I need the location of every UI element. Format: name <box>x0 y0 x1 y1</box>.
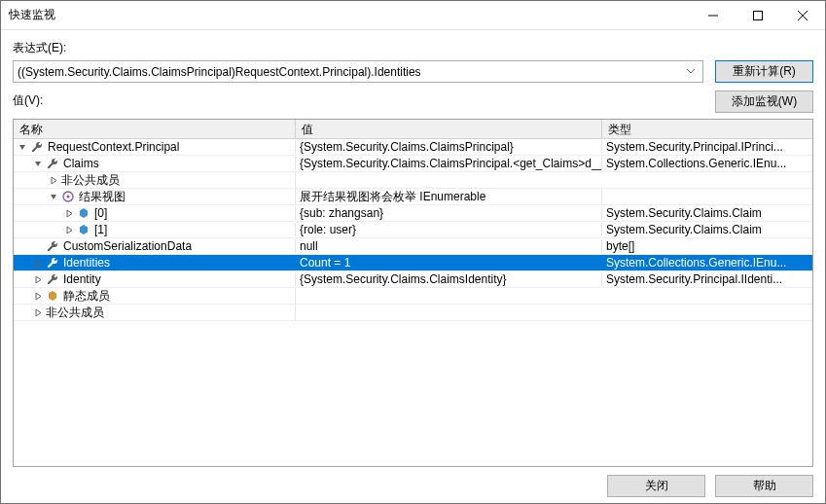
wrench-icon <box>30 140 44 154</box>
grid-row[interactable]: [1]{role: user}System.Security.Claims.Cl… <box>14 222 812 238</box>
grid-row[interactable]: 非公共成员 <box>14 172 812 189</box>
titlebar[interactable]: 快速监视 <box>1 1 825 30</box>
cell-value: Count = 1 <box>296 256 602 270</box>
expression-label: 表达式(E): <box>13 40 703 56</box>
row-name: [0] <box>94 206 107 220</box>
cell-name: [1] <box>14 223 296 236</box>
cell-type: System.Security.Claims.Claim <box>602 223 812 236</box>
expand-icon[interactable] <box>33 159 44 169</box>
cell-type: byte[] <box>602 239 812 253</box>
grid-row[interactable]: 结果视图展开结果视图将会枚举 IEnumerable <box>14 189 812 205</box>
add-watch-button[interactable]: 添加监视(W) <box>715 90 813 113</box>
cell-name: Identities <box>14 256 296 270</box>
results-icon <box>61 190 75 203</box>
row-name: 非公共成员 <box>61 172 120 189</box>
expand-icon[interactable] <box>33 307 44 318</box>
row-name: 结果视图 <box>79 189 126 205</box>
cell-value: {sub: zhangsan} <box>296 206 602 220</box>
grid-row[interactable]: 静态成员 <box>14 288 812 305</box>
cell-value: null <box>296 239 602 253</box>
expression-input[interactable]: ((System.Security.Claims.ClaimsPrincipal… <box>13 60 703 83</box>
cell-value: {System.Security.Claims.ClaimsIdentity} <box>296 272 602 286</box>
cell-name: 静态成员 <box>14 288 296 305</box>
row-name: CustomSerializationData <box>63 239 192 253</box>
header-value[interactable]: 值 <box>296 120 602 138</box>
maximize-button[interactable] <box>736 1 780 30</box>
expand-icon[interactable] <box>49 175 59 186</box>
grid-row[interactable]: IdentitiesCount = 1System.Collections.Ge… <box>14 255 812 271</box>
row-name: RequestContext.Principal <box>48 140 179 154</box>
row-name: Claims <box>63 157 99 170</box>
header-type[interactable]: 类型 <box>602 120 812 138</box>
grid-body: RequestContext.Principal{System.Security… <box>14 139 812 466</box>
help-button[interactable]: 帮助 <box>715 475 813 497</box>
expand-icon[interactable] <box>64 225 75 235</box>
window-title: 快速监视 <box>9 7 691 23</box>
cell-value: {System.Security.Claims.ClaimsPrincipal.… <box>296 157 602 170</box>
expand-icon[interactable] <box>33 274 44 285</box>
minimize-button[interactable] <box>691 1 736 30</box>
value-label: 值(V): <box>13 92 703 109</box>
cell-type: System.Security.Principal.IIdenti... <box>602 272 812 286</box>
cell-value: 展开结果视图将会枚举 IEnumerable <box>296 189 602 205</box>
cell-name: Identity <box>14 272 296 286</box>
cell-type: System.Security.Claims.Claim <box>602 206 812 220</box>
grid-header: 名称 值 类型 <box>14 120 812 139</box>
grid-row[interactable]: 非公共成员 <box>14 305 812 321</box>
close-button[interactable] <box>780 1 825 30</box>
svg-rect-1 <box>754 11 763 19</box>
static-icon <box>46 289 59 303</box>
grid-row[interactable]: Claims{System.Security.Claims.ClaimsPrin… <box>14 156 812 172</box>
wrench-icon <box>46 239 59 253</box>
row-name: Identity <box>63 272 101 286</box>
footer: 关闭 帮助 <box>13 467 813 497</box>
expand-icon[interactable] <box>49 192 59 202</box>
watch-grid: 名称 值 类型 RequestContext.Principal{System.… <box>13 119 813 467</box>
content-area: 表达式(E): ((System.Security.Claims.ClaimsP… <box>1 30 825 503</box>
expand-icon[interactable] <box>33 241 44 252</box>
field-icon <box>77 223 90 236</box>
cell-type: System.Collections.Generic.IEnu... <box>602 157 812 170</box>
reevaluate-button[interactable]: 重新计算(R) <box>715 60 813 83</box>
chevron-down-icon[interactable] <box>683 69 699 74</box>
grid-row[interactable]: Identity{System.Security.Claims.ClaimsId… <box>14 271 812 288</box>
row-name: 非公共成员 <box>46 305 104 321</box>
cell-value: {System.Security.Claims.ClaimsPrincipal} <box>296 140 602 154</box>
expand-icon[interactable] <box>64 208 75 219</box>
cell-name: 非公共成员 <box>14 172 296 189</box>
expression-text: ((System.Security.Claims.ClaimsPrincipal… <box>18 65 683 79</box>
field-icon <box>77 206 90 220</box>
wrench-icon <box>46 272 59 286</box>
cell-name: 结果视图 <box>14 189 296 205</box>
grid-row[interactable]: RequestContext.Principal{System.Security… <box>14 139 812 156</box>
expand-icon[interactable] <box>18 142 28 153</box>
wrench-icon <box>46 256 59 270</box>
expand-icon[interactable] <box>33 258 44 269</box>
row-name: [1] <box>94 223 107 236</box>
grid-row[interactable]: [0]{sub: zhangsan}System.Security.Claims… <box>14 205 812 222</box>
cell-name: RequestContext.Principal <box>14 140 296 154</box>
expand-icon[interactable] <box>33 291 44 302</box>
quickwatch-window: 快速监视 表达式(E): ((System.Security.Claims.Cl… <box>0 0 826 504</box>
cell-name: [0] <box>14 206 296 220</box>
close-dialog-button[interactable]: 关闭 <box>607 475 705 497</box>
cell-value: {role: user} <box>296 223 602 236</box>
cell-name: CustomSerializationData <box>14 239 296 253</box>
wrench-icon <box>46 157 59 170</box>
grid-row[interactable]: CustomSerializationDatanullbyte[] <box>14 238 812 255</box>
row-name: Identities <box>63 256 110 270</box>
cell-type: System.Collections.Generic.IEnu... <box>602 256 812 270</box>
svg-point-5 <box>67 196 70 198</box>
cell-name: Claims <box>14 157 296 170</box>
cell-type: System.Security.Principal.IPrinci... <box>602 140 812 154</box>
row-name: 静态成员 <box>63 288 110 305</box>
header-name[interactable]: 名称 <box>14 120 296 138</box>
cell-name: 非公共成员 <box>14 305 296 321</box>
